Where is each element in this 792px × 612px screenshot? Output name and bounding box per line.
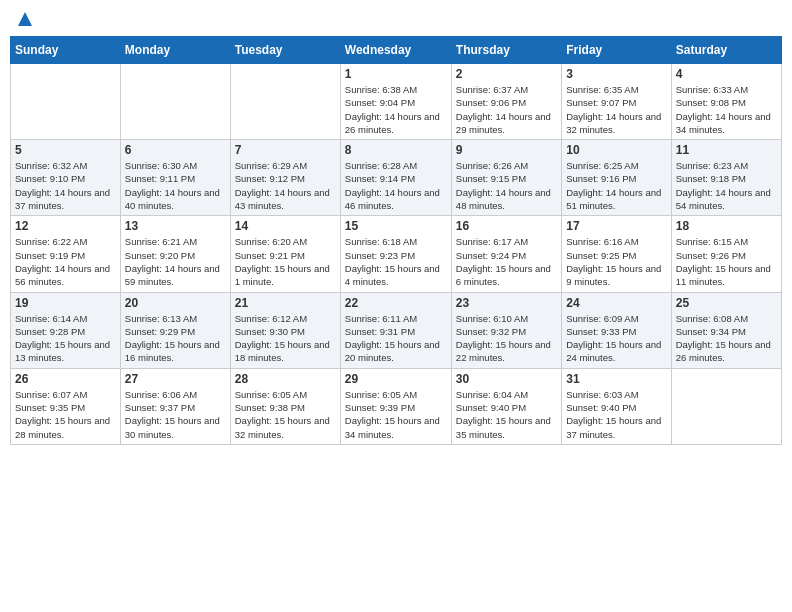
- weekday-header: Tuesday: [230, 37, 340, 64]
- day-info: Sunrise: 6:05 AM Sunset: 9:38 PM Dayligh…: [235, 388, 336, 441]
- svg-marker-0: [18, 12, 32, 26]
- day-info: Sunrise: 6:28 AM Sunset: 9:14 PM Dayligh…: [345, 159, 447, 212]
- day-number: 11: [676, 143, 777, 157]
- page-header: [10, 10, 782, 28]
- calendar-cell: 17Sunrise: 6:16 AM Sunset: 9:25 PM Dayli…: [562, 216, 671, 292]
- day-info: Sunrise: 6:16 AM Sunset: 9:25 PM Dayligh…: [566, 235, 666, 288]
- day-number: 7: [235, 143, 336, 157]
- calendar-cell: 7Sunrise: 6:29 AM Sunset: 9:12 PM Daylig…: [230, 140, 340, 216]
- day-number: 4: [676, 67, 777, 81]
- day-info: Sunrise: 6:33 AM Sunset: 9:08 PM Dayligh…: [676, 83, 777, 136]
- day-info: Sunrise: 6:06 AM Sunset: 9:37 PM Dayligh…: [125, 388, 226, 441]
- calendar-cell: 19Sunrise: 6:14 AM Sunset: 9:28 PM Dayli…: [11, 292, 121, 368]
- day-number: 31: [566, 372, 666, 386]
- calendar-cell: 6Sunrise: 6:30 AM Sunset: 9:11 PM Daylig…: [120, 140, 230, 216]
- calendar-cell: 2Sunrise: 6:37 AM Sunset: 9:06 PM Daylig…: [451, 64, 561, 140]
- calendar-cell: [671, 368, 781, 444]
- calendar-cell: 21Sunrise: 6:12 AM Sunset: 9:30 PM Dayli…: [230, 292, 340, 368]
- calendar-cell: 27Sunrise: 6:06 AM Sunset: 9:37 PM Dayli…: [120, 368, 230, 444]
- day-info: Sunrise: 6:07 AM Sunset: 9:35 PM Dayligh…: [15, 388, 116, 441]
- day-number: 3: [566, 67, 666, 81]
- calendar-table: SundayMondayTuesdayWednesdayThursdayFrid…: [10, 36, 782, 445]
- calendar-cell: [11, 64, 121, 140]
- calendar-cell: 13Sunrise: 6:21 AM Sunset: 9:20 PM Dayli…: [120, 216, 230, 292]
- day-number: 28: [235, 372, 336, 386]
- day-number: 26: [15, 372, 116, 386]
- day-number: 15: [345, 219, 447, 233]
- day-number: 2: [456, 67, 557, 81]
- day-number: 20: [125, 296, 226, 310]
- day-info: Sunrise: 6:23 AM Sunset: 9:18 PM Dayligh…: [676, 159, 777, 212]
- day-number: 29: [345, 372, 447, 386]
- day-info: Sunrise: 6:29 AM Sunset: 9:12 PM Dayligh…: [235, 159, 336, 212]
- calendar-cell: 1Sunrise: 6:38 AM Sunset: 9:04 PM Daylig…: [340, 64, 451, 140]
- calendar-cell: 3Sunrise: 6:35 AM Sunset: 9:07 PM Daylig…: [562, 64, 671, 140]
- day-number: 5: [15, 143, 116, 157]
- day-number: 18: [676, 219, 777, 233]
- weekday-header: Sunday: [11, 37, 121, 64]
- calendar-cell: 10Sunrise: 6:25 AM Sunset: 9:16 PM Dayli…: [562, 140, 671, 216]
- day-info: Sunrise: 6:37 AM Sunset: 9:06 PM Dayligh…: [456, 83, 557, 136]
- calendar-cell: 28Sunrise: 6:05 AM Sunset: 9:38 PM Dayli…: [230, 368, 340, 444]
- logo-icon: [16, 10, 34, 28]
- day-number: 14: [235, 219, 336, 233]
- calendar-cell: [230, 64, 340, 140]
- day-number: 8: [345, 143, 447, 157]
- calendar-cell: 29Sunrise: 6:05 AM Sunset: 9:39 PM Dayli…: [340, 368, 451, 444]
- day-info: Sunrise: 6:09 AM Sunset: 9:33 PM Dayligh…: [566, 312, 666, 365]
- day-number: 21: [235, 296, 336, 310]
- calendar-week-row: 1Sunrise: 6:38 AM Sunset: 9:04 PM Daylig…: [11, 64, 782, 140]
- calendar-week-row: 5Sunrise: 6:32 AM Sunset: 9:10 PM Daylig…: [11, 140, 782, 216]
- day-info: Sunrise: 6:18 AM Sunset: 9:23 PM Dayligh…: [345, 235, 447, 288]
- day-info: Sunrise: 6:14 AM Sunset: 9:28 PM Dayligh…: [15, 312, 116, 365]
- calendar-week-row: 12Sunrise: 6:22 AM Sunset: 9:19 PM Dayli…: [11, 216, 782, 292]
- calendar-cell: 18Sunrise: 6:15 AM Sunset: 9:26 PM Dayli…: [671, 216, 781, 292]
- day-number: 25: [676, 296, 777, 310]
- day-info: Sunrise: 6:30 AM Sunset: 9:11 PM Dayligh…: [125, 159, 226, 212]
- day-info: Sunrise: 6:08 AM Sunset: 9:34 PM Dayligh…: [676, 312, 777, 365]
- calendar-cell: 16Sunrise: 6:17 AM Sunset: 9:24 PM Dayli…: [451, 216, 561, 292]
- calendar-cell: 5Sunrise: 6:32 AM Sunset: 9:10 PM Daylig…: [11, 140, 121, 216]
- day-number: 1: [345, 67, 447, 81]
- day-info: Sunrise: 6:32 AM Sunset: 9:10 PM Dayligh…: [15, 159, 116, 212]
- day-info: Sunrise: 6:04 AM Sunset: 9:40 PM Dayligh…: [456, 388, 557, 441]
- calendar-cell: 20Sunrise: 6:13 AM Sunset: 9:29 PM Dayli…: [120, 292, 230, 368]
- weekday-header: Friday: [562, 37, 671, 64]
- day-info: Sunrise: 6:35 AM Sunset: 9:07 PM Dayligh…: [566, 83, 666, 136]
- day-info: Sunrise: 6:17 AM Sunset: 9:24 PM Dayligh…: [456, 235, 557, 288]
- calendar-cell: 25Sunrise: 6:08 AM Sunset: 9:34 PM Dayli…: [671, 292, 781, 368]
- weekday-header-row: SundayMondayTuesdayWednesdayThursdayFrid…: [11, 37, 782, 64]
- day-info: Sunrise: 6:38 AM Sunset: 9:04 PM Dayligh…: [345, 83, 447, 136]
- day-number: 19: [15, 296, 116, 310]
- weekday-header: Wednesday: [340, 37, 451, 64]
- day-info: Sunrise: 6:11 AM Sunset: 9:31 PM Dayligh…: [345, 312, 447, 365]
- day-number: 13: [125, 219, 226, 233]
- calendar-cell: 23Sunrise: 6:10 AM Sunset: 9:32 PM Dayli…: [451, 292, 561, 368]
- day-number: 24: [566, 296, 666, 310]
- day-number: 27: [125, 372, 226, 386]
- day-number: 22: [345, 296, 447, 310]
- day-number: 17: [566, 219, 666, 233]
- day-info: Sunrise: 6:26 AM Sunset: 9:15 PM Dayligh…: [456, 159, 557, 212]
- day-number: 16: [456, 219, 557, 233]
- calendar-cell: [120, 64, 230, 140]
- calendar-cell: 8Sunrise: 6:28 AM Sunset: 9:14 PM Daylig…: [340, 140, 451, 216]
- day-info: Sunrise: 6:12 AM Sunset: 9:30 PM Dayligh…: [235, 312, 336, 365]
- calendar-week-row: 19Sunrise: 6:14 AM Sunset: 9:28 PM Dayli…: [11, 292, 782, 368]
- calendar-cell: 11Sunrise: 6:23 AM Sunset: 9:18 PM Dayli…: [671, 140, 781, 216]
- day-number: 6: [125, 143, 226, 157]
- day-info: Sunrise: 6:03 AM Sunset: 9:40 PM Dayligh…: [566, 388, 666, 441]
- day-info: Sunrise: 6:21 AM Sunset: 9:20 PM Dayligh…: [125, 235, 226, 288]
- weekday-header: Thursday: [451, 37, 561, 64]
- day-info: Sunrise: 6:25 AM Sunset: 9:16 PM Dayligh…: [566, 159, 666, 212]
- weekday-header: Monday: [120, 37, 230, 64]
- day-info: Sunrise: 6:20 AM Sunset: 9:21 PM Dayligh…: [235, 235, 336, 288]
- calendar-cell: 9Sunrise: 6:26 AM Sunset: 9:15 PM Daylig…: [451, 140, 561, 216]
- calendar-cell: 22Sunrise: 6:11 AM Sunset: 9:31 PM Dayli…: [340, 292, 451, 368]
- calendar-cell: 12Sunrise: 6:22 AM Sunset: 9:19 PM Dayli…: [11, 216, 121, 292]
- calendar-cell: 15Sunrise: 6:18 AM Sunset: 9:23 PM Dayli…: [340, 216, 451, 292]
- day-info: Sunrise: 6:15 AM Sunset: 9:26 PM Dayligh…: [676, 235, 777, 288]
- calendar-cell: 26Sunrise: 6:07 AM Sunset: 9:35 PM Dayli…: [11, 368, 121, 444]
- day-number: 10: [566, 143, 666, 157]
- weekday-header: Saturday: [671, 37, 781, 64]
